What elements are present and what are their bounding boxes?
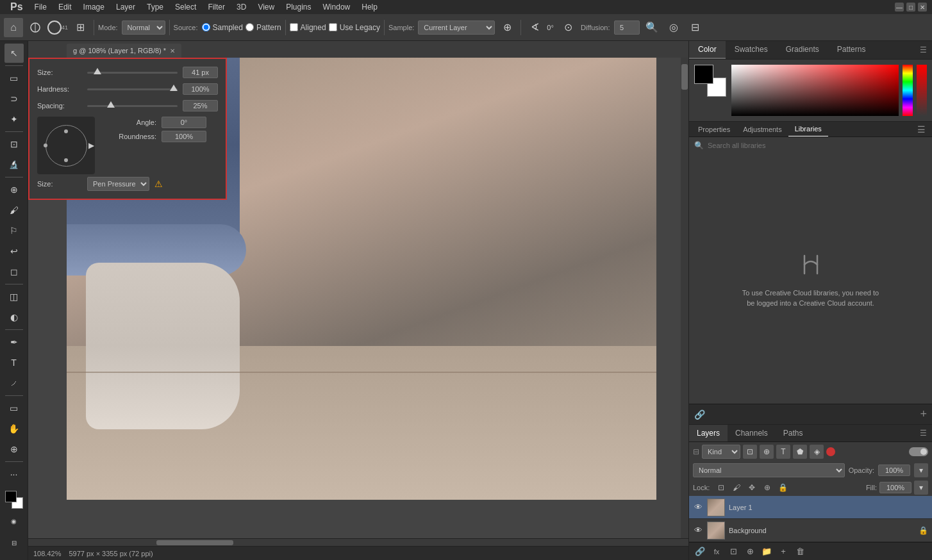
- canvas-wrapper[interactable]: Size: Hardness: Spacing:: [28, 58, 688, 538]
- screen-mode-button[interactable]: ⊟: [4, 533, 24, 552]
- foreground-color-box[interactable]: [5, 491, 17, 502]
- tab-close-button[interactable]: ✕: [170, 47, 175, 54]
- tool-magic-wand[interactable]: ✦: [4, 110, 24, 129]
- menu-help[interactable]: Help: [356, 1, 383, 13]
- healing-brush-tool[interactable]: [26, 18, 45, 37]
- tool-pen[interactable]: ✒: [4, 333, 24, 352]
- panel-options-icon[interactable]: ☰: [920, 45, 927, 54]
- menu-layer[interactable]: Layer: [111, 1, 140, 13]
- filter-type-button[interactable]: T: [776, 445, 790, 459]
- workspace-button[interactable]: ⊟: [686, 18, 705, 37]
- lock-artboard-button[interactable]: ⊕: [761, 481, 774, 494]
- tool-crop[interactable]: ⊡: [4, 135, 24, 154]
- document-tab[interactable]: g @ 108% (Layer 1, RGB/8) * ✕: [67, 44, 181, 58]
- tab-paths[interactable]: Paths: [776, 425, 811, 441]
- layer-delete-button[interactable]: 🗑: [793, 545, 807, 559]
- tab-gradients[interactable]: Gradients: [777, 41, 828, 59]
- layer-new-button[interactable]: +: [776, 545, 790, 559]
- tool-text[interactable]: T: [4, 353, 24, 372]
- tool-path-select[interactable]: ⟋: [4, 374, 24, 393]
- filter-toggle[interactable]: [909, 447, 928, 456]
- layer-link-button[interactable]: 🔗: [693, 545, 707, 559]
- library-link-icon[interactable]: 🔗: [694, 409, 705, 420]
- filter-adjustment-button[interactable]: ⊕: [760, 445, 774, 459]
- home-button[interactable]: ⌂: [4, 18, 23, 37]
- tool-lasso[interactable]: ⊃: [4, 89, 24, 108]
- fill-dropdown-button[interactable]: ▾: [914, 481, 928, 495]
- maximize-button[interactable]: □: [906, 3, 915, 12]
- layer-visibility-layer1[interactable]: 👁: [693, 502, 703, 513]
- fg-bg-color-selector[interactable]: [5, 491, 23, 509]
- lock-all-button[interactable]: 🔒: [776, 481, 789, 494]
- tab-patterns[interactable]: Patterns: [828, 41, 875, 59]
- tool-zoom[interactable]: ⊕: [4, 440, 24, 459]
- menu-3d[interactable]: 3D: [231, 1, 251, 13]
- tab-adjustments[interactable]: Adjustments: [736, 122, 788, 136]
- opacity-input[interactable]: [878, 465, 910, 476]
- h-scroll-thumb[interactable]: [156, 540, 233, 545]
- hardness-value-input[interactable]: [183, 83, 218, 95]
- use-legacy-checkbox[interactable]: [329, 23, 337, 31]
- v-scroll-thumb[interactable]: [681, 64, 688, 90]
- angle-button[interactable]: ∢: [525, 18, 544, 37]
- roundness-input[interactable]: [162, 131, 206, 142]
- tool-more[interactable]: ···: [4, 465, 24, 484]
- tool-shape[interactable]: ▭: [4, 399, 24, 418]
- menu-window[interactable]: Window: [318, 1, 356, 13]
- tool-select-rect[interactable]: ▭: [4, 69, 24, 88]
- tab-color[interactable]: Color: [689, 41, 726, 59]
- opacity-dropdown-button[interactable]: ▾: [914, 463, 928, 477]
- filter-smart-button[interactable]: ◈: [810, 445, 824, 459]
- minimize-button[interactable]: —: [895, 3, 904, 12]
- horizontal-scrollbar[interactable]: [28, 538, 688, 546]
- menu-ps[interactable]: Ps: [5, 0, 28, 14]
- tab-swatches[interactable]: Swatches: [726, 41, 777, 59]
- menu-select[interactable]: Select: [170, 1, 201, 13]
- size-value-input[interactable]: [183, 67, 218, 78]
- lock-transparent-button[interactable]: ⊡: [715, 481, 728, 494]
- layer-folder-button[interactable]: 📁: [760, 545, 774, 559]
- library-search-input[interactable]: [708, 142, 927, 149]
- tool-dodge[interactable]: ◐: [4, 308, 24, 327]
- fg-swatch[interactable]: [694, 65, 713, 84]
- source-sampled-radio[interactable]: [202, 23, 210, 31]
- quick-mask-button[interactable]: ◉: [4, 511, 24, 531]
- layer-adjustment-button[interactable]: ⊕: [743, 545, 757, 559]
- tool-brush[interactable]: 🖌: [4, 201, 24, 220]
- source-pattern-radio[interactable]: [245, 23, 254, 31]
- healing-options-button[interactable]: ⊙: [559, 18, 578, 37]
- menu-plugins[interactable]: Plugins: [281, 1, 316, 13]
- brush-settings-button[interactable]: ⊞: [71, 18, 90, 37]
- layer-mask-button[interactable]: ⊡: [726, 545, 740, 559]
- tool-spot-heal[interactable]: ⊕: [4, 180, 24, 199]
- layer-item-layer1[interactable]: 👁 Layer 1: [689, 496, 932, 519]
- tool-clone-stamp[interactable]: ⚐: [4, 221, 24, 240]
- size-slider[interactable]: [87, 72, 178, 74]
- menu-edit[interactable]: Edit: [53, 1, 77, 13]
- filter-type-select[interactable]: Kind Name Effect: [702, 445, 740, 459]
- spacing-slider[interactable]: [87, 105, 178, 107]
- blend-mode-select[interactable]: Normal Multiply Screen: [693, 463, 845, 477]
- layer-fx-button[interactable]: fx: [710, 545, 724, 559]
- lock-paint-button[interactable]: 🖌: [730, 481, 743, 494]
- search-button[interactable]: 🔍: [642, 18, 662, 37]
- sample-options-button[interactable]: ⊕: [497, 18, 517, 37]
- aligned-checkbox[interactable]: [290, 23, 298, 31]
- tab-channels[interactable]: Channels: [728, 425, 776, 441]
- diffusion-input[interactable]: [614, 21, 640, 35]
- library-add-button[interactable]: +: [920, 408, 927, 421]
- tool-move[interactable]: ↖: [4, 44, 24, 63]
- angle-input[interactable]: [162, 117, 206, 128]
- brush-preview[interactable]: [47, 21, 62, 35]
- tool-history-brush[interactable]: ↩: [4, 242, 24, 261]
- menu-type[interactable]: Type: [142, 1, 169, 13]
- menu-view[interactable]: View: [253, 1, 279, 13]
- color-spectrum[interactable]: [731, 65, 899, 116]
- menu-image[interactable]: Image: [78, 1, 110, 13]
- close-button[interactable]: ✕: [918, 3, 927, 12]
- tab-layers[interactable]: Layers: [689, 425, 728, 441]
- tool-gradient[interactable]: ◫: [4, 287, 24, 306]
- layer-visibility-background[interactable]: 👁: [693, 525, 703, 536]
- layers-options-button[interactable]: ☰: [915, 429, 932, 438]
- mode-select[interactable]: Normal Multiply Screen: [122, 21, 165, 35]
